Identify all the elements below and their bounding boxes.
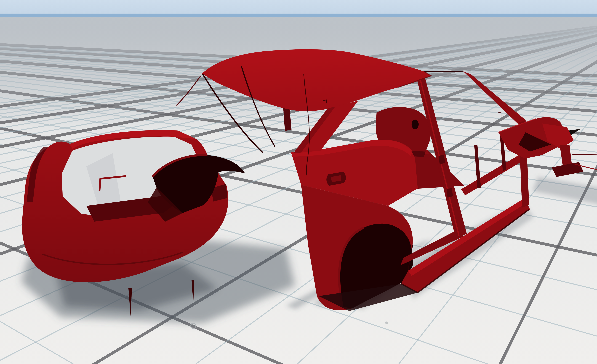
floor-debris-dot [385,322,388,324]
roof-rail-seam [422,71,463,72]
bulkhead-grab-hole [412,120,419,129]
hinge-tab [447,188,453,197]
viewport-3d[interactable] [0,0,597,364]
hinge-tab [439,155,445,164]
